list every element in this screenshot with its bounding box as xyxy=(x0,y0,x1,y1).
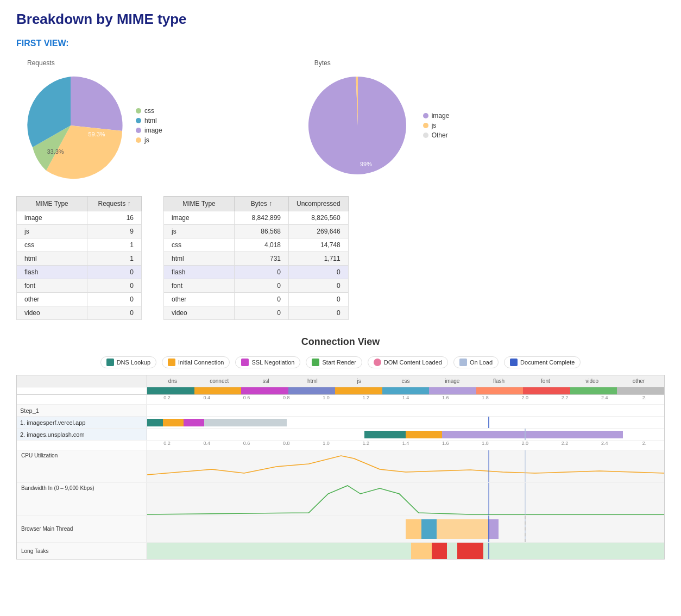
color-other xyxy=(617,387,664,394)
long-tasks-chart xyxy=(147,543,664,559)
cell-bytes: 8,842,899 xyxy=(235,211,289,225)
type-js: js xyxy=(336,378,382,384)
color-video xyxy=(570,387,617,394)
req1-wait xyxy=(204,419,287,426)
legend-css-dot xyxy=(136,108,141,114)
legend-js-label: js xyxy=(144,136,149,144)
table-row: css 1 xyxy=(17,238,142,252)
requests-table-col-type: MIME Type xyxy=(17,197,87,211)
color-js xyxy=(335,387,382,394)
cell-uncompressed: 1,711 xyxy=(289,252,349,266)
tick-2.2: 2.2 xyxy=(545,395,584,404)
connection-view: Connection View DNS Lookup Initial Conne… xyxy=(16,336,665,560)
cell-value: 0 xyxy=(87,279,142,293)
cell-type: css xyxy=(164,238,235,252)
tick-0.6: 0.6 xyxy=(226,395,266,404)
legend-doc-complete[interactable]: Document Complete xyxy=(504,356,581,368)
table-row: other 0 0 xyxy=(164,293,349,306)
bytes-pie-wrap: 99% image js Other xyxy=(304,71,450,180)
req2-line xyxy=(525,429,526,440)
cell-bytes: 0 xyxy=(235,293,289,306)
legend-initial[interactable]: Initial Connection xyxy=(162,356,230,368)
cell-type: other xyxy=(17,293,87,306)
tick-0.2: 0.2 xyxy=(147,395,187,404)
legend-image-dot xyxy=(136,128,141,133)
waterfall-label-spacer xyxy=(17,375,147,387)
req1-dns xyxy=(147,419,163,426)
requests-chart-title: Requests xyxy=(27,59,55,67)
cell-type: image xyxy=(164,211,235,225)
bytes-chart-title: Bytes xyxy=(314,59,331,67)
table-row: other 0 xyxy=(17,293,142,306)
lt-vline xyxy=(488,543,489,559)
cell-bytes: 0 xyxy=(235,266,289,279)
legend-initial-swatch xyxy=(168,359,175,366)
color-image xyxy=(429,387,476,394)
bytes-legend-other: Other xyxy=(423,131,450,139)
tick-0.4: 0.4 xyxy=(187,395,226,404)
cell-bytes: 86,568 xyxy=(235,225,289,238)
requests-chart: Requests 59.3% 33.3% css xyxy=(16,59,162,180)
waterfall-color-bars xyxy=(147,387,664,394)
cpu-chart xyxy=(147,450,664,482)
tick-label xyxy=(17,395,147,404)
legend-dom[interactable]: DOM Content Loaded xyxy=(368,356,448,368)
legend-start-render-swatch xyxy=(312,359,319,366)
tick-1.6: 1.6 xyxy=(426,395,465,404)
cell-type: other xyxy=(164,293,235,306)
lt-block2 xyxy=(432,543,447,559)
cpu-vline2 xyxy=(525,450,526,482)
type-flash: flash xyxy=(476,378,522,384)
table-row: font 0 0 xyxy=(164,279,349,293)
cell-type: js xyxy=(164,225,235,238)
req1-content xyxy=(147,417,664,428)
bytes-legend-js: js xyxy=(423,122,450,129)
color-css xyxy=(382,387,430,394)
step1-label: Step_1 xyxy=(17,405,147,416)
type-css: css xyxy=(382,378,429,384)
req1-ssl xyxy=(184,419,204,426)
legend-dns[interactable]: DNS Lookup xyxy=(100,356,156,368)
cpu-svg xyxy=(147,450,664,482)
bytes-table-col-bytes: Bytes ↑ xyxy=(235,197,289,211)
legend-initial-label: Initial Connection xyxy=(178,359,224,366)
tick-2.4: 2.4 xyxy=(585,395,625,404)
tick-2x: 2. xyxy=(625,395,664,404)
type-dns: dns xyxy=(149,378,196,384)
cell-value: 9 xyxy=(87,225,142,238)
legend-ssl-label: SSL Negotiation xyxy=(251,359,294,366)
cell-value: 0 xyxy=(87,306,142,320)
legend-start-render[interactable]: Start Render xyxy=(306,356,362,368)
bytes-pie-label: 99% xyxy=(360,161,372,167)
table-row: video 0 0 xyxy=(164,306,349,320)
type-other: other xyxy=(615,378,662,384)
cell-uncompressed: 269,646 xyxy=(289,225,349,238)
req2-connect xyxy=(406,431,442,438)
tick-1.4: 1.4 xyxy=(386,395,425,404)
table-row: video 0 xyxy=(17,306,142,320)
table-row: html 731 1,711 xyxy=(164,252,349,266)
bmt-vline2 xyxy=(525,516,526,542)
legend-on-load[interactable]: On Load xyxy=(453,356,499,368)
legend-dns-label: DNS Lookup xyxy=(117,359,150,366)
legend-html: html xyxy=(136,117,162,124)
legend-ssl[interactable]: SSL Negotiation xyxy=(235,356,300,368)
lt-block3 xyxy=(457,543,483,559)
cell-value: 0 xyxy=(87,266,142,279)
legend-js-dot xyxy=(136,137,141,143)
bytes-legend-image-label: image xyxy=(432,112,450,120)
legend-on-load-swatch xyxy=(459,359,467,366)
requests-pie-svg: 59.3% 33.3% xyxy=(16,71,125,180)
cell-type: video xyxy=(17,306,87,320)
bytes-pie-svg: 99% xyxy=(304,71,412,180)
table-row: image 16 xyxy=(17,211,142,225)
legend-dns-swatch xyxy=(106,359,114,366)
bytes-legend-other-label: Other xyxy=(432,131,448,139)
cell-bytes: 731 xyxy=(235,252,289,266)
cell-value: 16 xyxy=(87,211,142,225)
table-row-highlighted: flash 0 0 xyxy=(164,266,349,279)
cell-type: image xyxy=(17,211,87,225)
waterfall-type-header: dns connect ssl html js css image flash … xyxy=(17,375,664,387)
cell-type: font xyxy=(17,279,87,293)
req1-label: 1. imagesperf.vercel.app xyxy=(17,417,147,428)
